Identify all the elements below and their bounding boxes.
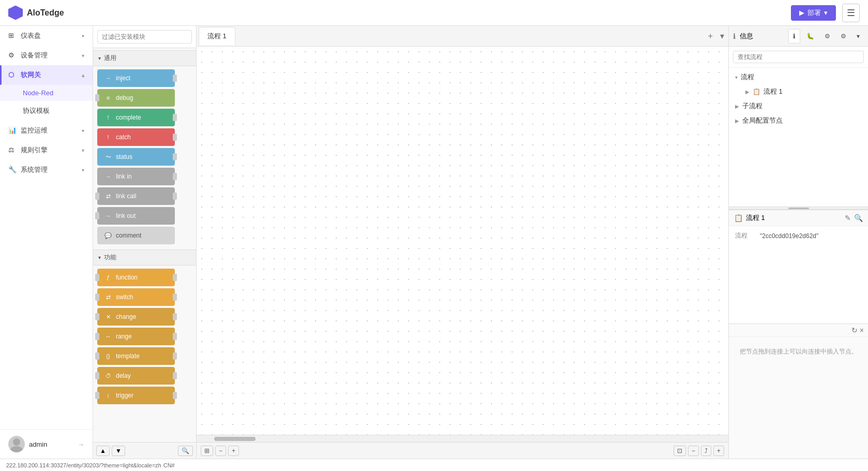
canvas-zoom-fit2[interactable]: ⊡	[674, 446, 686, 456]
node-linkcall[interactable]: ⇄ link call	[97, 187, 175, 205]
close-button[interactable]: ×	[860, 326, 864, 334]
range-port-left	[95, 333, 99, 340]
delay-port-right	[173, 372, 177, 379]
deploy-chevron: ▾	[824, 9, 828, 17]
scrollbar-thumb[interactable]	[214, 437, 256, 441]
node-linkout[interactable]: → link out	[97, 207, 175, 225]
tab-nodes[interactable]: ⚙	[820, 29, 834, 43]
canvas-export[interactable]: +	[713, 446, 724, 456]
deploy-label: 部署	[807, 8, 821, 18]
tab-debug[interactable]: 🐛	[802, 29, 818, 43]
search-input[interactable]	[97, 30, 192, 43]
template-port-left	[95, 352, 99, 360]
svg-point-0	[13, 438, 20, 446]
linkcall-port-left	[95, 193, 99, 200]
linkin-label: link in	[116, 173, 132, 180]
chevron-down-icon: ▾	[82, 128, 84, 134]
node-trigger[interactable]: ↕ trigger	[97, 387, 175, 404]
logo-text: AloTedge	[27, 8, 64, 18]
palette-category-general-header[interactable]: ▾ 通用	[93, 50, 196, 66]
logout-icon[interactable]: →	[78, 440, 84, 448]
sidebar-item-device[interactable]: ⚙ 设备管理 ▾	[0, 46, 93, 65]
sidebar-item-gateway[interactable]: ⬡ 软网关 ▴	[0, 65, 93, 85]
palette-nodes-general: → inject ≡ debug	[93, 66, 196, 247]
tab-info[interactable]: ℹ	[788, 29, 800, 43]
tree-item-flows[interactable]: ▾ 流程	[729, 70, 868, 84]
palette-search-toggle[interactable]: 🔍	[178, 446, 193, 456]
palette-nodes-function: ƒ function ⇄ switch	[93, 266, 196, 407]
tab-more[interactable]: ▾	[852, 29, 864, 43]
node-debug[interactable]: ≡ debug	[97, 89, 175, 107]
flow-menu-button[interactable]: ▾	[718, 29, 726, 43]
palette-category-function-header[interactable]: ▾ 功能	[93, 249, 196, 266]
palette-category-function: ▾ 功能 ƒ function	[93, 249, 196, 407]
catch-label: catch	[116, 134, 131, 141]
sidebar-item-label-monitor: 监控运维	[21, 126, 48, 135]
sidebar-sub-item-protocol[interactable]: 协议模板	[0, 101, 93, 121]
switch-icon: ⇄	[102, 291, 114, 303]
canvas-grid[interactable]	[197, 47, 728, 435]
right-panel-bottom-header: 📋 流程 1 ✎ 🔍	[729, 210, 868, 226]
canvas-zoom-out2[interactable]: −	[688, 446, 699, 456]
node-catch[interactable]: ! catch	[97, 128, 175, 146]
bottom-flow-label: 📋 流程 1	[734, 213, 765, 223]
sidebar-sub-item-nodered[interactable]: Node-Red	[0, 85, 93, 101]
delay-port-left	[95, 372, 99, 379]
sidebar-item-rule[interactable]: ⚖ 规则引擎 ▾	[0, 140, 93, 160]
tree-item-global[interactable]: ▶ 全局配置节点	[729, 113, 868, 128]
node-function[interactable]: ƒ function	[97, 269, 175, 286]
refresh-button[interactable]: ↻	[851, 326, 858, 334]
tab-settings[interactable]: ⚙	[836, 29, 850, 43]
node-status[interactable]: 〜 status	[97, 148, 175, 166]
complete-label: complete	[116, 114, 141, 121]
chevron-down-icon: ▾	[82, 148, 84, 153]
switch-port-left	[95, 293, 99, 301]
horizontal-scrollbar[interactable]	[197, 435, 728, 442]
catch-icon: !	[102, 131, 114, 143]
node-switch[interactable]: ⇄ switch	[97, 288, 175, 306]
trigger-port-right	[173, 392, 177, 399]
sidebar-item-monitor[interactable]: 📊 监控运维 ▾	[0, 121, 93, 140]
user-avatar-section: admin →	[0, 429, 93, 459]
canvas-zoom-fit[interactable]: ⊞	[201, 446, 213, 456]
range-label: range	[116, 333, 132, 340]
deploy-button[interactable]: ▶ 部署 ▾	[791, 5, 836, 21]
right-panel-bottom: 📋 流程 1 ✎ 🔍 流程 "2cc0cdd019e2d62d"	[729, 210, 868, 323]
comment-label: comment	[116, 232, 141, 239]
node-comment[interactable]: 💬 comment	[97, 227, 175, 244]
status-port-right	[173, 153, 177, 160]
node-template[interactable]: {} template	[97, 347, 175, 365]
canvas-tab-flow1[interactable]: 流程 1	[199, 27, 235, 45]
debug-port-left	[95, 94, 99, 101]
palette-category-general: ▾ 通用 → inject ≡	[93, 50, 196, 247]
node-linkin[interactable]: → link in	[97, 168, 175, 185]
search-flow-button[interactable]: 🔍	[854, 214, 863, 222]
menu-button[interactable]: ☰	[842, 4, 860, 22]
tree-item-flow1[interactable]: ▶ 📋 流程 1	[729, 84, 868, 99]
info-panel-icon: ℹ	[733, 32, 736, 40]
node-inject[interactable]: → inject	[97, 69, 175, 87]
node-range[interactable]: ↔ range	[97, 328, 175, 345]
template-port-right	[173, 352, 177, 360]
canvas-zoom-in[interactable]: +	[228, 446, 239, 456]
node-change[interactable]: ✕ change	[97, 308, 175, 326]
flow-search-input[interactable]	[733, 51, 864, 63]
canvas-tab-label: 流程 1	[207, 32, 227, 40]
tree-item-subflow[interactable]: ▶ 子流程	[729, 99, 868, 113]
canvas-import[interactable]: ⤴	[701, 446, 711, 456]
palette-scroll-up[interactable]: ▲	[96, 446, 110, 456]
sidebar-item-label-gateway: 软网关	[21, 70, 41, 80]
node-delay[interactable]: ⏱ delay	[97, 367, 175, 385]
right-panel-search	[729, 47, 868, 68]
sidebar-item-dashboard[interactable]: ⊞ 仪表盘 ▾	[0, 26, 93, 46]
node-complete[interactable]: ! complete	[97, 109, 175, 126]
palette-scroll-down[interactable]: ▼	[112, 446, 125, 456]
edit-flow-button[interactable]: ✎	[845, 214, 851, 222]
add-flow-button[interactable]: +	[706, 30, 715, 43]
right-panel-info-section: ↻ × 把节点拖到连接上可以向连接中插入节点。	[729, 323, 868, 459]
linkout-label: link out	[116, 212, 136, 219]
prop-row-flow: 流程 "2cc0cdd019e2d62d"	[735, 231, 862, 240]
sidebar-item-system[interactable]: 🔧 系统管理 ▾	[0, 160, 93, 180]
dashboard-icon: ⊞	[8, 32, 17, 40]
canvas-zoom-out[interactable]: −	[215, 446, 226, 456]
